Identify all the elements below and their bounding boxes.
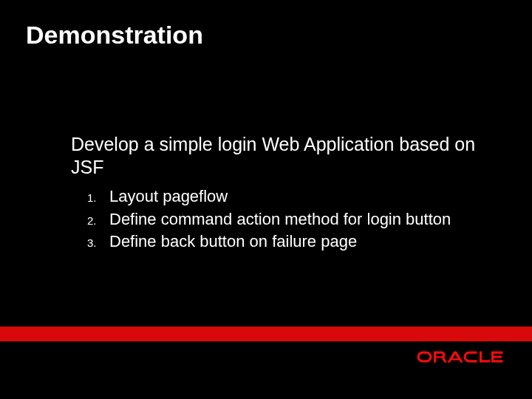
list-item-number: 3. xyxy=(87,236,109,249)
accent-bar xyxy=(0,327,532,341)
list-item-number: 1. xyxy=(87,191,109,204)
list-item-text: Define back button on failure page xyxy=(109,231,357,253)
slide: Demonstration Develop a simple login Web… xyxy=(0,0,532,399)
list-item: 2. Define command action method for logi… xyxy=(87,209,502,231)
list-item: 1. Layout pageflow xyxy=(87,186,502,208)
ordered-list: 1. Layout pageflow 2. Define command act… xyxy=(87,186,502,254)
oracle-logo xyxy=(417,350,504,364)
slide-title: Demonstration xyxy=(26,21,203,50)
list-item-number: 2. xyxy=(87,214,109,227)
list-item-text: Layout pageflow xyxy=(109,186,228,208)
list-item-text: Define command action method for login b… xyxy=(109,209,451,231)
list-item: 3. Define back button on failure page xyxy=(87,231,502,253)
oracle-logo-icon xyxy=(417,350,504,364)
slide-subtitle: Develop a simple login Web Application b… xyxy=(71,133,488,180)
